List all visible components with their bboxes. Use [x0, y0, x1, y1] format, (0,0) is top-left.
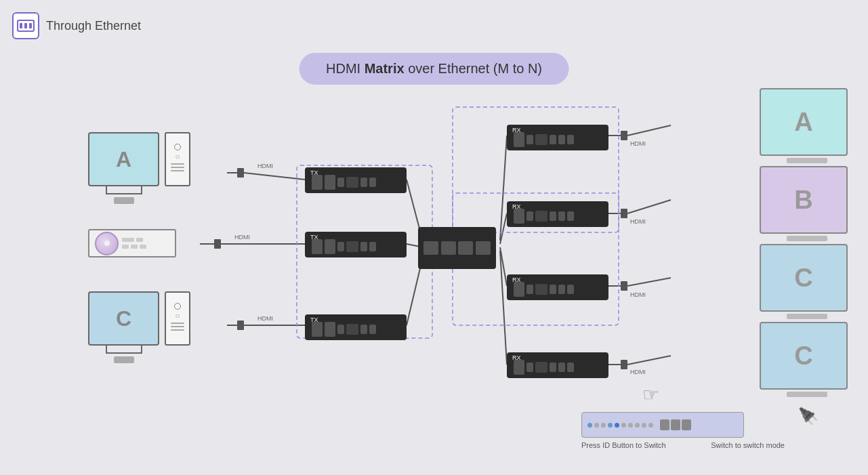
- source-c-tower: O: [165, 291, 190, 346]
- tower-circle: [174, 144, 181, 150]
- tx-device-1: TX: [305, 167, 407, 193]
- svg-text:HDMI: HDMI: [630, 140, 646, 147]
- tower-circle-c: [174, 303, 181, 310]
- rx-device-3: RX: [507, 274, 608, 300]
- svg-rect-32: [621, 281, 627, 291]
- svg-rect-36: [621, 360, 627, 369]
- press-id-label: Press ID Button to Switch: [581, 441, 666, 449]
- header-title: Through Ethernet: [46, 19, 141, 33]
- dvd-player: [88, 229, 176, 257]
- svg-text:HDMI: HDMI: [234, 234, 250, 241]
- monitor-stand: [114, 197, 134, 204]
- rx-label-3: RX: [512, 276, 521, 283]
- rx-label-2: RX: [512, 203, 521, 210]
- svg-rect-28: [621, 209, 627, 218]
- rx-device-1: RX: [507, 125, 608, 150]
- svg-rect-1: [20, 23, 22, 28]
- bottom-labels: Press ID Button to Switch Switch to swit…: [581, 441, 785, 449]
- svg-text:HDMI: HDMI: [630, 291, 646, 298]
- main-title: HDMI Matrix over Ethernet (M to N): [299, 53, 569, 85]
- main-title-bold: Matrix: [365, 61, 405, 76]
- svg-text:HDMI: HDMI: [257, 163, 273, 169]
- display-b: B: [760, 166, 848, 234]
- display-c2: C: [760, 322, 848, 390]
- svg-line-19: [500, 136, 507, 241]
- source-c-monitor: C: [88, 291, 159, 346]
- bottom-section: ☞ 🔌 Press ID Button to Switch Switch to: [581, 412, 785, 449]
- svg-rect-13: [237, 321, 244, 330]
- display-a: A: [760, 88, 848, 156]
- display-c2-stand: [787, 392, 827, 397]
- tower-lines-c: [171, 323, 184, 331]
- plug-icon: 🔌: [798, 407, 819, 426]
- switch-port-1: [423, 241, 438, 255]
- tower-lines: [171, 163, 184, 171]
- svg-rect-2: [24, 23, 27, 28]
- source-a-monitor: A: [88, 132, 159, 186]
- switch-port-3: [458, 241, 473, 255]
- display-c1-stand: [787, 314, 827, 319]
- svg-line-29: [627, 200, 671, 213]
- switch-port-2: [441, 241, 456, 255]
- svg-rect-3: [29, 23, 32, 28]
- source-b-dvd: [88, 229, 176, 257]
- central-switch: [418, 227, 496, 269]
- header: Through Ethernet: [12, 12, 141, 39]
- hand-cursor-icon: ☞: [642, 384, 659, 406]
- svg-line-25: [627, 125, 671, 136]
- tx-label-2: TX: [310, 234, 318, 241]
- svg-line-37: [627, 356, 671, 365]
- display-a-stand: [787, 158, 827, 163]
- switch-port-4: [476, 241, 491, 255]
- svg-text:HDMI: HDMI: [630, 218, 646, 225]
- svg-rect-5: [237, 168, 244, 178]
- rx-device-2: RX: [507, 201, 608, 227]
- dvd-controls: [122, 238, 169, 249]
- svg-line-33: [627, 278, 671, 286]
- ethernet-icon: [12, 12, 39, 39]
- svg-text:HDMI: HDMI: [630, 369, 646, 375]
- svg-line-20: [500, 213, 507, 244]
- tx-label-3: TX: [310, 316, 318, 323]
- svg-rect-24: [621, 131, 627, 140]
- tx-label-1: TX: [310, 169, 318, 176]
- source-a-monitor-group: A O: [88, 132, 190, 204]
- rx-label-1: RX: [512, 127, 521, 133]
- display-c1: C: [760, 244, 848, 312]
- switch-mode-label: Switch to switch mode: [711, 441, 785, 449]
- id-switch-device: [581, 412, 744, 438]
- tx-device-2: TX: [305, 232, 407, 257]
- svg-line-6: [244, 173, 305, 180]
- display-b-stand: [787, 236, 827, 241]
- source-c-monitor-group: C O: [88, 291, 190, 363]
- svg-text:HDMI: HDMI: [257, 315, 273, 322]
- svg-line-21: [500, 247, 507, 286]
- svg-line-22: [500, 251, 507, 365]
- monitor-stand-c: [114, 356, 134, 363]
- source-a-tower: O: [165, 132, 190, 186]
- svg-rect-9: [214, 239, 221, 249]
- dvd-disc: [95, 232, 119, 255]
- tx-device-3: TX: [305, 314, 407, 340]
- rx-label-4: RX: [512, 354, 521, 361]
- rx-device-4: RX: [507, 352, 608, 378]
